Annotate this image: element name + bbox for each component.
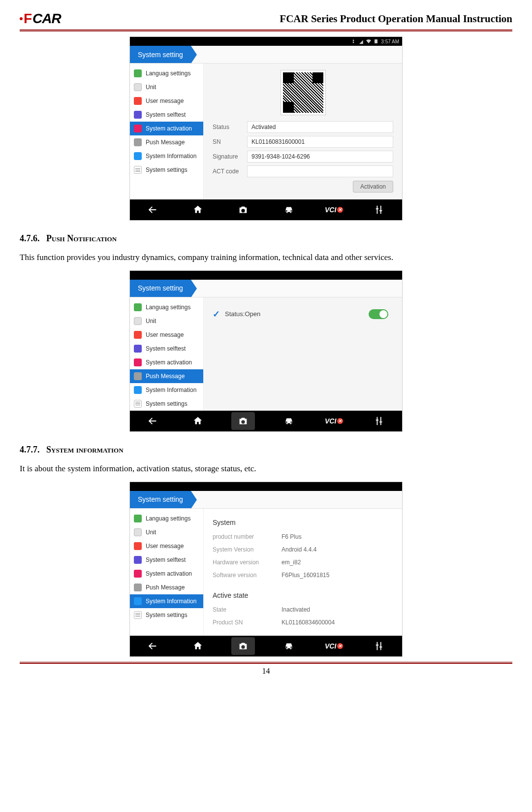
sidebar: Languag settings Unit User message Syste… xyxy=(130,509,204,636)
sliders-icon xyxy=(374,416,385,426)
push-toggle[interactable] xyxy=(369,309,388,319)
nav-sliders-button[interactable] xyxy=(368,412,391,430)
document-title: FCAR Series Product Operation Manual Ins… xyxy=(280,13,512,25)
nav-back-button[interactable] xyxy=(141,637,164,655)
nav-home-button[interactable] xyxy=(186,201,210,219)
nav-camera-button[interactable] xyxy=(231,412,255,430)
nav-sliders-button[interactable] xyxy=(368,637,391,655)
screenshot-system-activation: ◢ 3:57 AM System setting Languag setting… xyxy=(129,36,403,221)
nav-vci-button[interactable]: VCI✕ xyxy=(322,412,346,430)
nav-vci-button[interactable]: VCI✕ xyxy=(322,201,346,219)
sidebar-item-activation[interactable]: System activation xyxy=(130,122,203,135)
row-status: StatusActivated xyxy=(213,120,393,134)
nav-car-button[interactable] xyxy=(277,201,301,219)
tab-bar: System setting xyxy=(130,491,402,509)
sidebar-item-settings[interactable]: System settings xyxy=(130,608,203,622)
sidebar-item-sysinfo[interactable]: System Information xyxy=(130,594,203,608)
vci-label: VCI✕ xyxy=(325,206,343,214)
info-key: Hardware version xyxy=(213,559,282,566)
sidebar-item-push[interactable]: Push Message xyxy=(130,135,203,149)
back-arrow-icon xyxy=(147,641,158,651)
activation-button[interactable]: Activation xyxy=(353,181,393,193)
sidebar-item-label: Unit xyxy=(146,529,156,536)
info-row: System VersionAndroid 4.4.4 xyxy=(213,543,393,556)
bottom-nav: VCI✕ xyxy=(130,411,402,431)
signal-icon: ◢ xyxy=(359,39,363,44)
nav-sliders-button[interactable] xyxy=(368,201,391,219)
sidebar-item-user-message[interactable]: User message xyxy=(130,539,203,553)
nav-vci-button[interactable]: VCI✕ xyxy=(322,637,346,655)
info-icon xyxy=(134,152,142,160)
nav-car-button[interactable] xyxy=(277,412,301,430)
screenshot-push-message: System setting Languag settings Unit Use… xyxy=(129,270,403,432)
sidebar-item-settings[interactable]: System settings xyxy=(130,163,203,177)
nav-camera-button[interactable] xyxy=(231,201,255,219)
sidebar-item-selftest[interactable]: System selftest xyxy=(130,108,203,122)
vci-error-badge-icon: ✕ xyxy=(337,418,343,424)
sidebar-item-settings[interactable]: System settings xyxy=(130,397,203,411)
sidebar-item-push[interactable]: Push Message xyxy=(130,581,203,594)
nav-camera-button[interactable] xyxy=(231,637,255,655)
sidebar-item-user-message[interactable]: User message xyxy=(130,328,203,342)
info-value: Inactivated xyxy=(282,606,310,613)
sidebar-item-label: User message xyxy=(146,543,184,550)
sidebar-item-user-message[interactable]: User message xyxy=(130,94,203,108)
battery-icon xyxy=(374,39,378,44)
sidebar-item-language[interactable]: Languag settings xyxy=(130,300,203,314)
tab-system-setting[interactable]: System setting xyxy=(130,46,191,63)
home-icon xyxy=(192,204,203,215)
heading-number: 4.7.6. xyxy=(20,233,40,243)
nav-home-button[interactable] xyxy=(186,637,210,655)
main-panel: System product numberF6 Plus System Vers… xyxy=(204,509,402,636)
activation-icon xyxy=(134,125,142,132)
sidebar-item-label: Unit xyxy=(146,318,156,325)
row-actcode: ACT code xyxy=(213,164,393,179)
header-divider xyxy=(20,30,512,32)
sidebar-item-language[interactable]: Languag settings xyxy=(130,512,203,525)
selftest-icon xyxy=(134,556,142,564)
sidebar-item-sysinfo[interactable]: System Information xyxy=(130,149,203,163)
sidebar-item-unit[interactable]: Unit xyxy=(130,314,203,328)
sidebar-item-language[interactable]: Languag settings xyxy=(130,66,203,80)
info-value: KL01160834600004 xyxy=(282,619,335,626)
heading-push-notification: 4.7.6. Push Notification xyxy=(20,233,512,244)
sidebar-item-label: User message xyxy=(146,331,184,338)
tab-label: System setting xyxy=(138,284,183,292)
sidebar-item-push[interactable]: Push Message xyxy=(130,369,203,383)
svg-rect-0 xyxy=(375,39,377,43)
info-value: em_i82 xyxy=(282,559,301,566)
vci-error-badge-icon: ✕ xyxy=(337,207,343,213)
info-icon xyxy=(134,386,142,394)
sidebar-item-selftest[interactable]: System selftest xyxy=(130,553,203,567)
vci-label: VCI✕ xyxy=(325,642,343,650)
nav-home-button[interactable] xyxy=(186,412,210,430)
paragraph-push-notification: This function provides you industry dyna… xyxy=(20,252,512,263)
sidebar-item-sysinfo[interactable]: System Information xyxy=(130,383,203,397)
sidebar-item-activation[interactable]: System activation xyxy=(130,567,203,581)
sidebar-item-unit[interactable]: Unit xyxy=(130,525,203,539)
sidebar-item-unit[interactable]: Unit xyxy=(130,80,203,94)
row-sn: SNKL01160831600001 xyxy=(213,134,393,149)
selftest-icon xyxy=(134,345,142,353)
paragraph-system-information: It is about the system information, acti… xyxy=(20,463,512,475)
nav-back-button[interactable] xyxy=(141,412,164,430)
value-status: Activated xyxy=(247,121,393,133)
settings-icon xyxy=(134,400,142,408)
tab-system-setting[interactable]: System setting xyxy=(130,491,191,508)
camera-icon xyxy=(238,204,249,215)
info-value: Android 4.4.4 xyxy=(282,546,316,553)
tab-system-setting[interactable]: System setting xyxy=(130,280,191,297)
vci-error-badge-icon: ✕ xyxy=(337,643,343,649)
home-icon xyxy=(192,416,203,426)
sidebar-item-label: User message xyxy=(146,97,184,104)
sidebar-item-selftest[interactable]: System selftest xyxy=(130,342,203,356)
activation-icon xyxy=(134,358,142,366)
sidebar-item-label: Push Message xyxy=(146,373,185,380)
nav-car-button[interactable] xyxy=(277,637,301,655)
input-actcode[interactable] xyxy=(247,165,393,177)
main-panel: StatusActivated SNKL01160831600001 Signa… xyxy=(204,64,402,199)
user-message-icon xyxy=(134,331,142,339)
sidebar-item-activation[interactable]: System activation xyxy=(130,356,203,369)
sidebar: Languag settings Unit User message Syste… xyxy=(130,64,204,199)
nav-back-button[interactable] xyxy=(141,201,164,219)
